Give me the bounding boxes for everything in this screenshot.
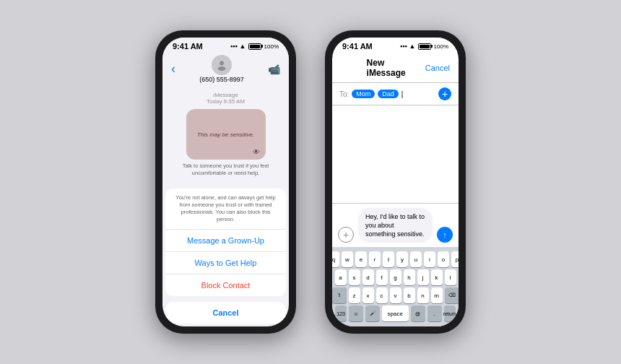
back-button[interactable]: ‹ bbox=[171, 61, 175, 77]
key-m[interactable]: m bbox=[431, 287, 443, 303]
recipient-dad[interactable]: Dad bbox=[378, 90, 399, 98]
key-g[interactable]: g bbox=[390, 269, 401, 285]
key-h[interactable]: h bbox=[404, 269, 415, 285]
key-d[interactable]: d bbox=[362, 269, 374, 285]
signal-icon: ▪▪▪ bbox=[230, 43, 238, 50]
key-emoji[interactable]: ☺ bbox=[349, 306, 363, 321]
wifi-icon-2: ▲ bbox=[409, 43, 416, 50]
key-b[interactable]: b bbox=[404, 287, 415, 303]
status-icons-2: ▪▪▪ ▲ 100% bbox=[400, 43, 448, 50]
video-call-button[interactable]: 📹 bbox=[268, 64, 280, 75]
key-k[interactable]: k bbox=[431, 269, 443, 285]
imessage-cancel-button[interactable]: Cancel bbox=[425, 64, 450, 72]
shift-key[interactable]: ⇧ bbox=[332, 287, 347, 303]
key-e[interactable]: e bbox=[355, 251, 367, 267]
imessage-title: New iMessage bbox=[367, 58, 425, 78]
svg-point-0 bbox=[220, 61, 224, 66]
sensitive-text: This may be sensitive. bbox=[197, 131, 254, 138]
key-x[interactable]: x bbox=[362, 287, 374, 303]
key-p[interactable]: p bbox=[451, 251, 459, 267]
key-c[interactable]: c bbox=[376, 287, 388, 303]
action-sheet-info: You're not alone, and can always get hel… bbox=[165, 188, 286, 230]
keyboard: q w e r t y u i o p a s d f g h j k bbox=[332, 247, 459, 326]
message-input-field[interactable]: Hey, I'd like to talk to you about somet… bbox=[358, 208, 433, 243]
key-y[interactable]: y bbox=[396, 251, 408, 267]
key-u[interactable]: u bbox=[410, 251, 422, 267]
to-label: To: bbox=[339, 90, 349, 98]
sensitive-warning: Talk to someone you trust if you feel un… bbox=[170, 162, 282, 177]
key-w[interactable]: w bbox=[342, 251, 353, 267]
phone-1-screen: 9:41 AM ▪▪▪ ▲ 100% ‹ (650) 555-8997 📹 iM… bbox=[162, 38, 289, 326]
svg-point-1 bbox=[217, 66, 225, 71]
key-space[interactable]: space bbox=[382, 306, 409, 321]
phone1-nav: ‹ (650) 555-8997 📹 bbox=[162, 52, 289, 87]
recipient-mom[interactable]: Mom bbox=[352, 90, 375, 98]
wifi-icon: ▲ bbox=[240, 43, 246, 50]
key-o[interactable]: o bbox=[438, 251, 449, 267]
keyboard-row-4: 123 ☺ 🎤 space @ . return bbox=[335, 306, 456, 321]
to-cursor: | bbox=[401, 90, 404, 98]
add-attachment-button[interactable]: + bbox=[338, 227, 354, 243]
key-123[interactable]: 123 bbox=[335, 306, 347, 321]
status-bar-1: 9:41 AM ▪▪▪ ▲ 100% bbox=[162, 38, 289, 52]
key-q[interactable]: q bbox=[332, 251, 339, 267]
key-s[interactable]: s bbox=[349, 269, 360, 285]
signal-icon-2: ▪▪▪ bbox=[400, 43, 407, 50]
battery-icon-1 bbox=[248, 43, 261, 50]
battery-pct-1: 100% bbox=[264, 43, 279, 50]
phone-2-screen: 9:41 AM ▪▪▪ ▲ 100% New iMessage Cancel T… bbox=[332, 38, 459, 326]
key-z[interactable]: z bbox=[349, 287, 360, 303]
action-sheet: You're not alone, and can always get hel… bbox=[165, 188, 286, 297]
contact-phone: (650) 555-8997 bbox=[199, 76, 244, 83]
keyboard-row-2: a s d f g h j k l bbox=[335, 269, 456, 285]
cancel-button[interactable]: Cancel bbox=[165, 302, 286, 324]
contact-center: (650) 555-8997 bbox=[199, 55, 244, 83]
battery-icon-2 bbox=[418, 43, 431, 50]
key-l[interactable]: l bbox=[445, 269, 456, 285]
sensitive-message-bubble: This may be sensitive. 👁 bbox=[186, 109, 266, 160]
message-body bbox=[332, 105, 459, 203]
imessage-header: New iMessage Cancel bbox=[332, 52, 459, 83]
status-bar-2: 9:41 AM ▪▪▪ ▲ 100% bbox=[332, 38, 459, 52]
key-i[interactable]: i bbox=[424, 251, 435, 267]
key-f[interactable]: f bbox=[376, 269, 388, 285]
keyboard-row-3: ⇧ z x c v b n m ⌫ bbox=[335, 287, 456, 303]
message-meta: iMessage Today 9:35 AM bbox=[207, 92, 245, 105]
delete-key[interactable]: ⌫ bbox=[445, 287, 459, 303]
key-at[interactable]: @ bbox=[411, 306, 425, 321]
battery-pct-2: 100% bbox=[434, 43, 448, 50]
message-content: iMessage Today 9:35 AM This may be sensi… bbox=[162, 87, 289, 188]
phone-1: 9:41 AM ▪▪▪ ▲ 100% ‹ (650) 555-8997 📹 iM… bbox=[155, 30, 296, 334]
recipients-area: Mom Dad | bbox=[352, 90, 438, 98]
keyboard-row-1: q w e r t y u i o p bbox=[335, 251, 456, 267]
key-j[interactable]: j bbox=[417, 269, 429, 285]
add-recipient-button[interactable]: + bbox=[438, 87, 451, 100]
eye-icon: 👁 bbox=[253, 148, 260, 156]
key-v[interactable]: v bbox=[390, 287, 401, 303]
time-2: 9:41 AM bbox=[342, 42, 373, 51]
ways-to-help-button[interactable]: Ways to Get Help bbox=[165, 252, 286, 274]
return-key[interactable]: return bbox=[444, 306, 456, 321]
key-mic[interactable]: 🎤 bbox=[365, 306, 380, 321]
block-contact-button[interactable]: Block Contact bbox=[165, 274, 286, 296]
time-1: 9:41 AM bbox=[173, 42, 203, 51]
key-n[interactable]: n bbox=[417, 287, 429, 303]
phone-2: 9:41 AM ▪▪▪ ▲ 100% New iMessage Cancel T… bbox=[325, 30, 466, 334]
message-grownup-button[interactable]: Message a Grown-Up bbox=[165, 230, 286, 252]
key-t[interactable]: t bbox=[383, 251, 394, 267]
key-period[interactable]: . bbox=[427, 306, 442, 321]
status-icons-1: ▪▪▪ ▲ 100% bbox=[230, 43, 279, 50]
input-bar: + Hey, I'd like to talk to you about som… bbox=[332, 203, 459, 247]
to-bar: To: Mom Dad | + bbox=[332, 83, 459, 105]
key-r[interactable]: r bbox=[369, 251, 381, 267]
key-a[interactable]: a bbox=[335, 269, 347, 285]
contact-avatar[interactable] bbox=[212, 55, 232, 75]
send-button[interactable]: ↑ bbox=[437, 227, 453, 243]
